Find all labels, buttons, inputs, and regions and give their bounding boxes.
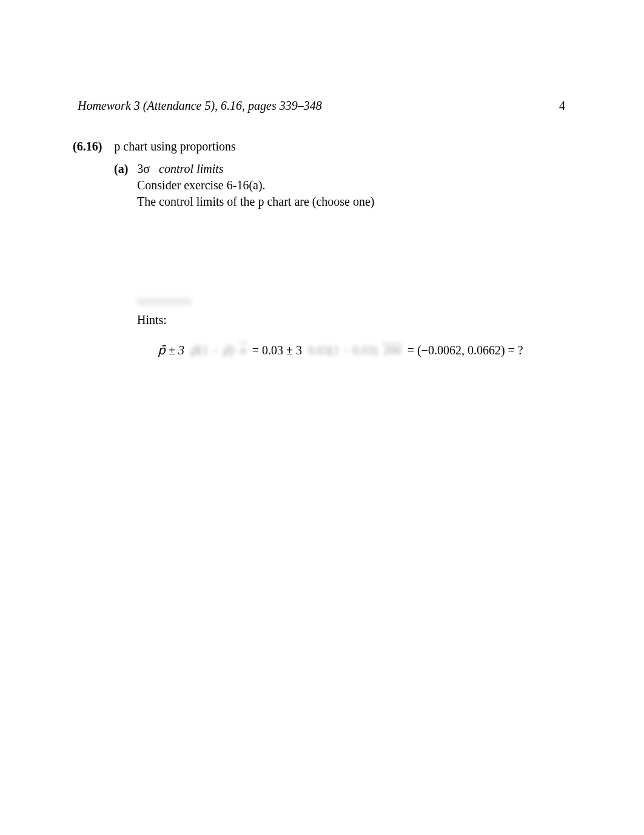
eqn-frac1: p̄(1 − p̄) n — [189, 344, 247, 357]
page-number: 4 — [559, 99, 565, 113]
problem-title: p chart using proportions — [114, 140, 236, 153]
part-a-heading-prefix: 3σ — [137, 162, 150, 175]
part-a-line2: The control limits of the p chart are (c… — [137, 194, 571, 210]
hints-label-row: Hints: — [137, 298, 571, 327]
hints-label: Hints: — [137, 313, 167, 326]
problem-heading: (6.16) p chart using proportions — [73, 140, 571, 154]
header-title: Homework 3 (Attendance 5), 6.16, pages 3… — [78, 99, 322, 113]
eqn-mid: = 0.03 ± 3 — [252, 343, 302, 357]
eqn-frac2-num: 0.03(1 − 0.03) — [307, 343, 379, 357]
problem-number: (6.16) — [73, 140, 102, 153]
eqn-frac1-num: p̄(1 − p̄) — [189, 343, 236, 357]
page-content: Homework 3 (Attendance 5), 6.16, pages 3… — [0, 0, 644, 357]
page-header: Homework 3 (Attendance 5), 6.16, pages 3… — [73, 99, 571, 113]
eqn-frac2: 0.03(1 − 0.03) 200 — [307, 344, 403, 357]
part-a-heading: (a) 3σ control limits — [114, 161, 571, 177]
part-a-label: (a) — [114, 162, 128, 175]
eqn-tail: = (−0.0062, 0.0662) = ? — [408, 343, 523, 357]
eqn-frac1-den: n — [239, 343, 247, 357]
equation: p̄ ± 3 p̄(1 − p̄) n = 0.03 ± 3 0.03(1 − … — [158, 343, 571, 357]
eqn-lhs: p̄ ± 3 — [158, 343, 184, 357]
part-a-line1: Consider exercise 6-16(a). — [137, 177, 571, 194]
eqn-frac2-den: 200 — [382, 343, 403, 357]
part-a-heading-text: control limits — [159, 162, 223, 175]
